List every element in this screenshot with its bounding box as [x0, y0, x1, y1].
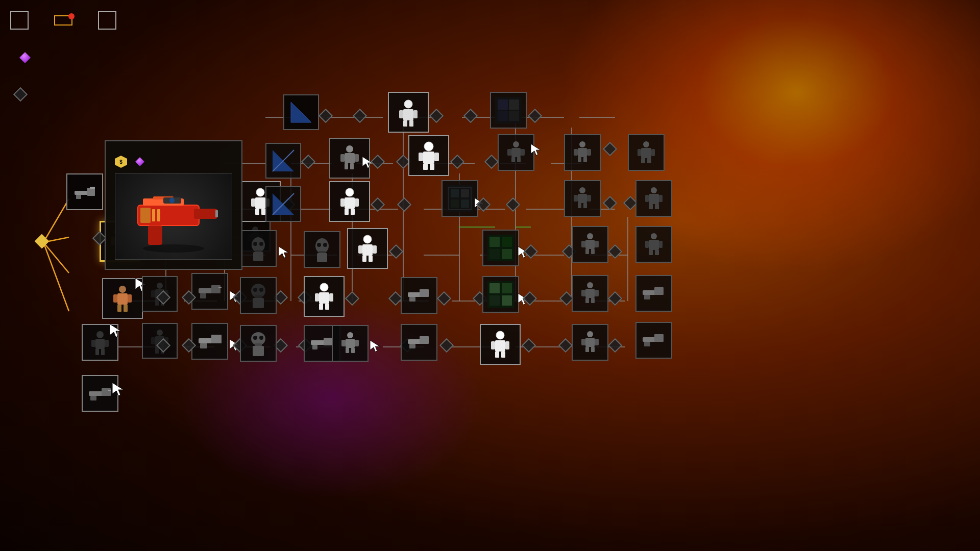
- svg-point-305: [143, 244, 204, 253]
- node-gun-r5-1[interactable]: [191, 273, 228, 310]
- start-diamond[interactable]: [37, 236, 47, 246]
- conn-diamond-r3-4[interactable]: [478, 199, 488, 210]
- conn-diamond-top-1[interactable]: [321, 111, 331, 121]
- node-blue-sword-r3[interactable]: [265, 186, 301, 222]
- conn-diamond-r3-right2[interactable]: [625, 198, 635, 208]
- node-texture-r4-1[interactable]: [482, 230, 519, 266]
- node-char-far-right-1[interactable]: [628, 134, 665, 171]
- conn-diamond-r5-4[interactable]: [276, 292, 286, 303]
- svg-point-250: [157, 330, 163, 336]
- conn-diamond-r2-2[interactable]: [373, 157, 383, 167]
- conn-diamond-bot-2[interactable]: [184, 340, 194, 350]
- conn-diamond-r4-right[interactable]: [610, 246, 620, 257]
- node-dark-texture-1[interactable]: [490, 92, 527, 129]
- conn-diamond-bot-1[interactable]: [158, 340, 168, 350]
- node-mask-r4-2[interactable]: [304, 231, 340, 268]
- node-char-r3-2[interactable]: [329, 181, 370, 222]
- svg-rect-202: [585, 249, 589, 254]
- key-a[interactable]: [10, 11, 29, 30]
- conn-diamond-r5-10[interactable]: [525, 293, 535, 304]
- node-char-r5-right[interactable]: [572, 275, 608, 312]
- node-char-far-right-2[interactable]: [635, 180, 672, 217]
- node-char-r5-1[interactable]: [304, 276, 345, 317]
- nav-cosmetic-tree[interactable]: [54, 15, 72, 26]
- conn-diamond-r3-2[interactable]: [373, 199, 383, 210]
- node-char-bot-2[interactable]: [480, 324, 521, 365]
- conn-diamond-r3-3[interactable]: [399, 199, 409, 210]
- conn-diamond-bot-10[interactable]: [560, 340, 571, 350]
- node-char-bot-right[interactable]: [572, 324, 608, 361]
- conn-diamond-bot-8[interactable]: [442, 340, 452, 350]
- conn-diamond-r5-2[interactable]: [184, 292, 194, 303]
- node-mask-r5[interactable]: [240, 277, 277, 314]
- svg-rect-233: [420, 289, 429, 297]
- svg-rect-287: [595, 339, 599, 345]
- conn-diamond-r5-12[interactable]: [610, 293, 620, 304]
- conn-diamond-top-4[interactable]: [465, 111, 476, 121]
- node-gun-r5-2[interactable]: [401, 277, 437, 314]
- node-char-top-1[interactable]: [388, 92, 429, 133]
- nav-situation-briefing[interactable]: [77, 16, 93, 24]
- conn-diamond-r2-3[interactable]: [398, 157, 408, 167]
- node-gun-bot-far-right[interactable]: [635, 322, 672, 359]
- key-d[interactable]: [98, 11, 116, 30]
- connector-diamond-1[interactable]: [94, 233, 105, 243]
- svg-marker-129: [531, 144, 541, 156]
- node-gun-bot-3[interactable]: [401, 324, 437, 361]
- conn-diamond-top-3[interactable]: [431, 111, 442, 121]
- conn-diamond-bot-11[interactable]: [610, 340, 620, 350]
- node-blue-banner-1[interactable]: [283, 94, 319, 130]
- node-char-r2-3[interactable]: [498, 134, 534, 171]
- node-mask-bot[interactable]: [240, 325, 277, 362]
- conn-diamond-r5-7[interactable]: [390, 293, 401, 304]
- node-texture-r5[interactable]: [482, 276, 519, 313]
- conn-diamond-r2-right[interactable]: [605, 144, 615, 154]
- conn-diamond-r3-5[interactable]: [508, 199, 518, 210]
- conn-diamond-r4-2[interactable]: [15, 89, 26, 99]
- conn-diamond-r4-1[interactable]: [391, 246, 401, 257]
- node-blue-sword-1[interactable]: [265, 143, 301, 179]
- node-char-r4-right[interactable]: [572, 226, 608, 263]
- node-mask-r4-1[interactable]: [240, 230, 277, 267]
- conn-diamond-bot-4[interactable]: [276, 340, 286, 350]
- conn-diamond-r5-1[interactable]: [158, 292, 168, 303]
- node-gun-bot-1[interactable]: [191, 323, 228, 360]
- conn-diamond-r2-1[interactable]: [303, 157, 313, 167]
- svg-rect-138: [638, 149, 641, 156]
- svg-rect-144: [251, 198, 255, 207]
- svg-point-278: [496, 331, 504, 339]
- node-gun-r5-far-right[interactable]: [635, 275, 672, 312]
- node-char-r4-1[interactable]: [347, 228, 388, 269]
- svg-marker-274: [370, 340, 380, 352]
- node-char-r2-2[interactable]: [408, 135, 449, 176]
- node-texture-r3[interactable]: [442, 180, 478, 217]
- svg-rect-188: [358, 245, 362, 254]
- conn-diamond-top-2[interactable]: [355, 111, 365, 121]
- node-char-r3-right[interactable]: [564, 180, 601, 217]
- svg-rect-119: [419, 153, 423, 161]
- svg-point-130: [579, 141, 585, 147]
- svg-rect-106: [498, 111, 508, 121]
- svg-rect-75: [124, 305, 128, 312]
- svg-marker-83: [110, 324, 121, 337]
- nav-season-overview[interactable]: [34, 16, 50, 24]
- conn-diamond-r5-8[interactable]: [439, 293, 449, 304]
- conn-diamond-r5-11[interactable]: [561, 293, 572, 304]
- svg-rect-281: [505, 341, 509, 349]
- svg-rect-167: [578, 203, 581, 208]
- conn-diamond-r4-3[interactable]: [526, 246, 536, 257]
- node-char-bot-1[interactable]: [332, 325, 369, 362]
- svg-rect-159: [461, 189, 469, 197]
- node-char-far-right-3[interactable]: [635, 226, 672, 263]
- node-gun-topleft[interactable]: [66, 173, 103, 210]
- conn-diamond-bot-9[interactable]: [524, 340, 534, 350]
- svg-rect-280: [491, 341, 495, 349]
- conn-diamond-r5-6[interactable]: [347, 293, 357, 304]
- conn-diamond-top-5[interactable]: [530, 111, 540, 121]
- conn-diamond-r2-4[interactable]: [452, 157, 462, 167]
- conn-diamond-r3-right[interactable]: [605, 198, 615, 208]
- conn-diamond-r2-5[interactable]: [486, 157, 497, 167]
- svg-rect-229: [329, 293, 333, 302]
- node-char-r2-right[interactable]: [564, 134, 601, 171]
- svg-rect-156: [447, 185, 473, 212]
